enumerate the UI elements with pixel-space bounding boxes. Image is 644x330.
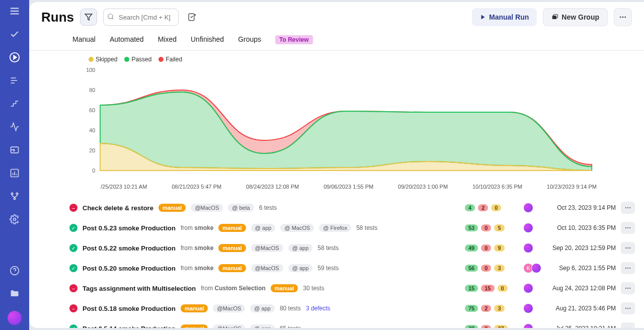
run-type-badge: manual xyxy=(158,204,186,212)
run-date: Sep 20, 2023 12:59 PM xyxy=(550,244,616,252)
count-passed: 53 xyxy=(465,224,478,231)
tab-automated[interactable]: Automated xyxy=(110,35,144,44)
run-tag[interactable]: @ app xyxy=(250,324,275,328)
svg-point-47 xyxy=(629,268,630,269)
search-box xyxy=(103,9,179,26)
run-tag[interactable]: @ app xyxy=(250,304,275,312)
run-tag[interactable]: @MacOS xyxy=(251,244,283,252)
search-input[interactable] xyxy=(103,9,179,26)
count-skipped: 0 xyxy=(498,285,508,292)
status-icon: – xyxy=(69,284,77,292)
run-tag[interactable]: @ app xyxy=(251,224,276,232)
run-more-button[interactable] xyxy=(621,242,635,254)
run-tag[interactable]: @MacOS xyxy=(213,304,245,312)
svg-point-37 xyxy=(627,207,628,208)
new-group-button[interactable]: New Group xyxy=(543,8,608,26)
filter-button[interactable] xyxy=(80,9,97,26)
avatar[interactable] xyxy=(523,283,533,293)
run-defects[interactable]: 3 defects xyxy=(306,305,331,312)
count-skipped: 0 xyxy=(491,204,501,211)
x-tick: 08/24/2023 12:08 PM xyxy=(246,184,299,190)
folder-icon[interactable] xyxy=(9,288,21,300)
activity-icon[interactable] xyxy=(9,121,21,133)
avatar[interactable] xyxy=(523,223,533,233)
x-tick: 08/21/2023 5:47 PM xyxy=(172,184,221,190)
tab-mixed[interactable]: Mixed xyxy=(158,35,177,44)
count-failed: 2 xyxy=(481,305,491,312)
stairs-icon[interactable] xyxy=(9,98,21,110)
x-tick: 10/10/2023 6:35 PM xyxy=(472,184,522,190)
run-more-button[interactable] xyxy=(621,322,635,328)
svg-point-28 xyxy=(622,17,624,18)
svg-point-40 xyxy=(627,227,628,228)
tab-manual[interactable]: Manual xyxy=(72,35,96,44)
run-counts: 15 15 0 xyxy=(465,285,520,292)
list-icon[interactable] xyxy=(9,74,21,87)
header-more-button[interactable] xyxy=(614,8,632,26)
run-row[interactable]: ✓ Post 0.5.23 smoke Production from smok… xyxy=(69,218,635,238)
tab-unfinished[interactable]: Unfinished xyxy=(191,35,224,44)
svg-point-17 xyxy=(14,218,16,221)
count-failed: 15 xyxy=(481,285,494,292)
run-row[interactable]: ✓ Post 0.5.22 smoke Production from smok… xyxy=(69,238,635,258)
run-tag[interactable]: @MacOS xyxy=(191,204,223,212)
svg-text:0: 0 xyxy=(92,168,95,174)
avatar[interactable] xyxy=(523,303,533,313)
run-row[interactable]: ✓ Post 0.5.14 smoke Production manual @M… xyxy=(69,318,635,328)
run-more-button[interactable] xyxy=(621,202,635,214)
count-skipped: 3 xyxy=(494,305,504,312)
run-tag[interactable]: @ Firefox xyxy=(319,224,351,232)
gear-icon[interactable] xyxy=(9,213,21,225)
run-tests-count: 80 tests xyxy=(280,305,301,312)
branch-icon[interactable] xyxy=(9,190,21,202)
count-skipped: 5 xyxy=(494,224,504,231)
avatar[interactable] xyxy=(523,243,533,253)
count-passed: 56 xyxy=(465,265,478,272)
menu-icon[interactable] xyxy=(9,5,21,17)
run-row[interactable]: – Check delete & restore manual @MacOS @… xyxy=(69,198,635,218)
run-row[interactable]: – Tags assignment with Multiselection fr… xyxy=(69,278,635,298)
tabs: Manual Automated Mixed Unfinished Groups… xyxy=(29,32,644,51)
svg-point-21 xyxy=(108,14,113,19)
run-tag[interactable]: @ app xyxy=(288,244,313,252)
run-type-badge: manual xyxy=(181,324,208,328)
run-more-button[interactable] xyxy=(621,302,635,314)
run-tag[interactable]: @MacOS xyxy=(213,324,245,328)
play-circle-icon[interactable] xyxy=(9,51,21,63)
avatar[interactable] xyxy=(523,323,533,328)
count-skipped: 9 xyxy=(494,244,504,252)
svg-text:40: 40 xyxy=(89,127,95,133)
run-more-button[interactable] xyxy=(621,222,635,234)
run-tag[interactable]: @ app xyxy=(288,264,313,272)
chart-icon[interactable] xyxy=(9,167,21,179)
count-passed: 75 xyxy=(465,305,478,312)
sidebar xyxy=(0,0,29,330)
import-icon[interactable] xyxy=(9,144,21,156)
user-avatar[interactable] xyxy=(8,311,22,325)
tab-to-review[interactable]: To Review xyxy=(275,35,312,44)
run-row[interactable]: ✓ Post 0.5.20 smoke Production from smok… xyxy=(69,258,635,278)
run-tag[interactable]: @MacOS xyxy=(251,264,283,272)
svg-point-27 xyxy=(620,17,621,18)
run-title: Post 0.5.14 smoke Production xyxy=(83,325,176,328)
run-tag[interactable]: @ MacOS xyxy=(280,224,314,232)
run-row[interactable]: – Post 0.5.18 smoke Production manual @M… xyxy=(69,298,635,318)
svg-point-29 xyxy=(624,17,626,18)
main-content: Runs Manual Run New Group Manual Automat… xyxy=(29,2,644,328)
manual-run-button[interactable]: Manual Run xyxy=(472,8,537,26)
run-tag[interactable]: @ beta xyxy=(228,204,254,212)
avatar[interactable] xyxy=(531,263,541,273)
help-icon[interactable] xyxy=(9,265,21,277)
tab-groups[interactable]: Groups xyxy=(238,35,261,44)
run-more-button[interactable] xyxy=(621,262,635,274)
check-icon[interactable] xyxy=(9,28,21,40)
run-title: Post 0.5.22 smoke Production xyxy=(83,244,176,252)
run-more-button[interactable] xyxy=(621,282,635,294)
svg-point-16 xyxy=(14,198,15,199)
svg-point-41 xyxy=(629,227,630,228)
svg-point-53 xyxy=(629,308,630,309)
avatar[interactable] xyxy=(523,203,533,213)
svg-rect-25 xyxy=(552,16,556,19)
checklist-button[interactable] xyxy=(185,10,200,25)
count-passed: 15 xyxy=(465,285,478,292)
